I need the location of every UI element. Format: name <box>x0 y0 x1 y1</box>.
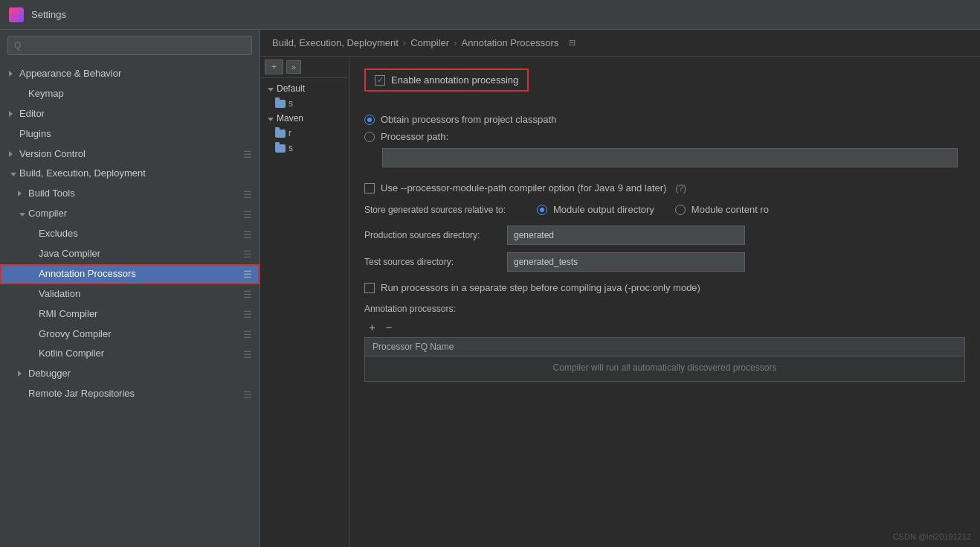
settings-icon-buildtools: ☰ <box>243 189 254 199</box>
profile-item-maven[interactable]: Maven <box>260 111 349 126</box>
profile-item-sub1[interactable]: s <box>260 96 349 111</box>
sidebar-item-excludes[interactable]: Excludes ☰ <box>0 224 259 244</box>
processor-path-row: Processor path: <box>364 131 965 142</box>
add-profile-button[interactable]: + <box>265 60 283 74</box>
main-container: Q Appearance & Behavior Keymap Editor <box>0 30 980 547</box>
sidebar-item-version-control[interactable]: Version Control ☰ <box>0 144 259 164</box>
expand-arrow-buildtools <box>18 188 28 200</box>
expand-arrow-debugger <box>18 368 28 380</box>
sidebar-item-validation[interactable]: Validation ☰ <box>0 284 259 304</box>
add-ap-button[interactable]: + <box>364 320 380 334</box>
settings-icon-groovy: ☰ <box>243 329 254 339</box>
sidebar-item-annotation-processors[interactable]: Annotation Processors ☰ <box>0 264 259 284</box>
sidebar-item-keymap[interactable]: Keymap <box>0 84 259 104</box>
obtain-processors-radio[interactable] <box>364 115 375 125</box>
settings-icon-compiler: ☰ <box>243 209 254 220</box>
settings-icon-excludes: ☰ <box>243 229 254 240</box>
search-box[interactable]: Q <box>7 36 252 55</box>
sidebar-item-remote-jar[interactable]: Remote Jar Repositories ☰ <box>0 384 259 404</box>
sidebar-item-label-vc: Version Control <box>19 148 86 161</box>
ap-table-body: Compiler will run all automatically disc… <box>365 356 964 379</box>
module-content-radio-row: Module content ro <box>675 204 769 215</box>
module-output-label: Module output directory <box>553 204 654 215</box>
production-sources-row: Production sources directory: <box>364 225 965 245</box>
expand-arrow-default <box>266 83 274 94</box>
test-sources-input[interactable] <box>507 252 745 272</box>
sidebar-item-label-debugger: Debugger <box>28 368 71 380</box>
app-logo <box>9 7 24 22</box>
run-processors-checkbox[interactable] <box>364 283 375 293</box>
sidebar-item-build-tools[interactable]: Build Tools ☰ <box>0 184 259 204</box>
sidebar-item-groovy-compiler[interactable]: Groovy Compiler ☰ <box>0 324 259 345</box>
test-sources-label: Test sources directory: <box>364 257 498 267</box>
obtain-processors-row: Obtain processors from project classpath <box>364 114 965 125</box>
sidebar-item-label-remote-jar: Remote Jar Repositories <box>28 388 135 400</box>
sidebar-item-java-compiler[interactable]: Java Compiler ☰ <box>0 244 259 264</box>
breadcrumb-collapse-icon[interactable]: ⊟ <box>569 38 576 48</box>
production-sources-label: Production sources directory: <box>364 230 498 240</box>
annotation-processors-section: Annotation processors: + − Processor FQ … <box>364 304 965 382</box>
title-bar: Settings <box>0 0 980 30</box>
expand-arrow-build <box>9 167 19 180</box>
annotation-processors-section-title: Annotation processors: <box>364 304 965 314</box>
profile-item-msub2[interactable]: s <box>260 141 349 156</box>
ap-table: Processor FQ Name Compiler will run all … <box>364 337 965 382</box>
sidebar-item-label-compiler: Compiler <box>28 208 67 220</box>
expand-arrow-compiler <box>18 208 28 220</box>
use-processor-module-label: Use --processor-module-path compiler opt… <box>381 182 666 193</box>
sidebar-item-compiler[interactable]: Compiler ☰ <box>0 204 259 224</box>
help-icon[interactable]: (?) <box>675 183 686 193</box>
panel-left-toolbar: + » <box>260 57 349 78</box>
test-sources-row: Test sources directory: <box>364 252 965 272</box>
module-content-radio[interactable] <box>675 205 686 215</box>
sidebar-item-label-excludes: Excludes <box>39 228 78 240</box>
sidebar-item-label-java-compiler: Java Compiler <box>39 248 100 260</box>
sidebar-item-appearance[interactable]: Appearance & Behavior <box>0 64 259 84</box>
use-processor-module-checkbox[interactable] <box>364 183 375 193</box>
sidebar-item-label-groovy: Groovy Compiler <box>39 328 112 341</box>
breadcrumb-sep-1: › <box>403 37 406 48</box>
profile-item-msub1[interactable]: r <box>260 126 349 141</box>
expand-arrow-maven <box>266 113 274 124</box>
profile-item-default[interactable]: Default <box>260 81 349 96</box>
sidebar-item-label-appearance: Appearance & Behavior <box>19 68 121 80</box>
module-output-radio-row: Module output directory <box>537 204 654 215</box>
sidebar-item-build-exec[interactable]: Build, Execution, Deployment <box>0 164 259 184</box>
production-sources-input[interactable] <box>507 225 745 245</box>
sidebar-item-label-kotlin: Kotlin Compiler <box>39 348 104 360</box>
enable-ap-section: ✓ Enable annotation processing <box>364 68 965 103</box>
more-profile-button[interactable]: » <box>286 60 301 74</box>
processor-path-radio[interactable] <box>364 132 375 142</box>
settings-icon-ap: ☰ <box>243 269 254 279</box>
settings-icon-vc: ☰ <box>243 149 254 159</box>
module-output-radio[interactable] <box>537 205 547 215</box>
folder-icon-sub1 <box>275 100 286 108</box>
expand-arrow-vc <box>9 148 19 161</box>
use-processor-module-row: Use --processor-module-path compiler opt… <box>364 182 965 193</box>
breadcrumb-part-2: Compiler <box>410 37 449 48</box>
enable-ap-checkbox[interactable]: ✓ <box>375 75 385 86</box>
expand-arrow-editor <box>9 108 19 121</box>
processor-path-input[interactable] <box>382 148 958 167</box>
settings-icon-java-compiler: ☰ <box>243 249 254 259</box>
settings-icon-kotlin: ☰ <box>243 349 254 359</box>
sidebar-item-debugger[interactable]: Debugger <box>0 364 259 384</box>
module-content-label: Module content ro <box>692 204 769 215</box>
panel-left: + » Default s Maven <box>260 57 349 547</box>
panel: + » Default s Maven <box>260 57 980 547</box>
settings-icon-remote-jar: ☰ <box>243 389 254 400</box>
obtain-processors-label: Obtain processors from project classpath <box>381 114 556 125</box>
search-icon: Q <box>14 40 21 51</box>
profile-label-default: Default <box>277 83 305 94</box>
profile-label-msub2: s <box>288 143 293 153</box>
sidebar-tree: Appearance & Behavior Keymap Editor Plug… <box>0 61 259 547</box>
sidebar-item-editor[interactable]: Editor <box>0 104 259 124</box>
settings-icon-validation: ☰ <box>243 289 254 299</box>
sidebar-item-plugins[interactable]: Plugins <box>0 124 259 144</box>
sidebar-item-kotlin-compiler[interactable]: Kotlin Compiler ☰ <box>0 344 259 364</box>
breadcrumb-sep-2: › <box>454 37 457 48</box>
expand-arrow-appearance <box>9 68 19 80</box>
content-area: Build, Execution, Deployment › Compiler … <box>260 30 980 547</box>
sidebar-item-rmi-compiler[interactable]: RMI Compiler ☰ <box>0 304 259 324</box>
remove-ap-button[interactable]: − <box>381 320 397 334</box>
